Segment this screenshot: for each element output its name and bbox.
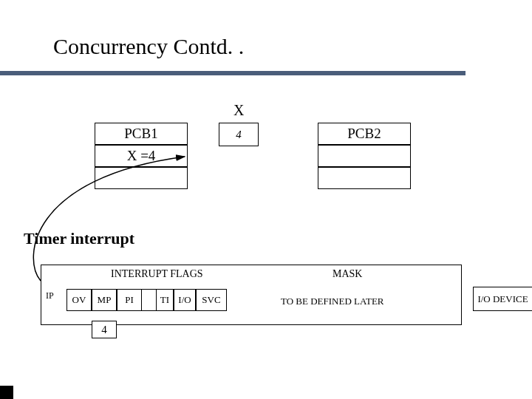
pcb2-header: PCB2 <box>318 123 411 145</box>
x-value-box: 4 <box>219 123 259 146</box>
flag-io: I/O <box>174 289 196 311</box>
timer-interrupt-label: Timer interrupt <box>24 229 134 248</box>
timer-arrow <box>0 0 532 399</box>
corner-notch <box>0 386 13 399</box>
flag-mp: MP <box>92 289 117 311</box>
page-title: Concurrency Contd. . <box>53 34 244 59</box>
flag-gap <box>142 289 156 311</box>
pcb2-row1 <box>318 145 411 167</box>
pcb1-row1: X =4 <box>95 145 188 167</box>
title-underline <box>0 71 466 75</box>
interrupt-flags-header: INTERRUPT FLAGS <box>111 268 203 280</box>
mask-text: TO BE DEFINED LATER <box>281 296 384 307</box>
mp-value: 4 <box>92 321 117 338</box>
pcb1-header: PCB1 <box>95 123 188 145</box>
ip-label: IP <box>46 290 54 301</box>
io-device-box: I/O DEVICE <box>473 287 532 311</box>
flag-ti: TI <box>156 289 174 311</box>
flag-svc: SVC <box>196 289 227 311</box>
flag-pi: PI <box>117 289 142 311</box>
mask-header: MASK <box>332 268 362 280</box>
x-label: X <box>233 102 244 119</box>
pcb1-row2 <box>95 167 188 189</box>
flag-ov: OV <box>66 289 92 311</box>
pcb2-row2 <box>318 167 411 189</box>
